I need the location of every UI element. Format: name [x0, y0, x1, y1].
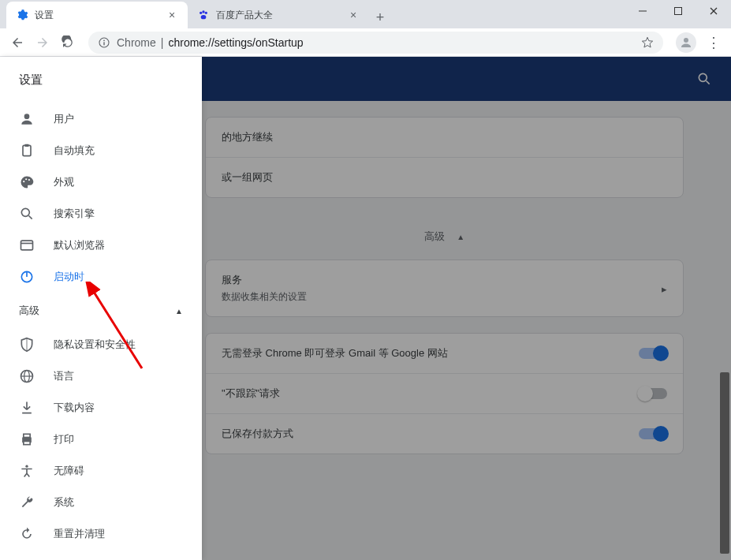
- sidebar-item-label: 外观: [54, 175, 74, 189]
- sidebar-item-label: 打印: [54, 432, 74, 446]
- sidebar-item-label: 重置并清理: [54, 527, 105, 541]
- sidebar-item-label: 系统: [54, 495, 74, 510]
- svg-point-4: [200, 12, 202, 14]
- tab-strip: 设置 × 百度产品大全 × +: [0, 0, 731, 28]
- sidebar-item-users[interactable]: 用户: [0, 103, 202, 135]
- svg-point-6: [205, 12, 207, 14]
- kebab-menu-button[interactable]: ⋮: [703, 32, 725, 54]
- advanced-label: 高级: [19, 304, 39, 318]
- tab-settings[interactable]: 设置 ×: [6, 2, 188, 28]
- restore-icon: [19, 526, 35, 542]
- download-icon: [19, 400, 35, 416]
- wrench-icon: [19, 495, 35, 510]
- svg-rect-22: [21, 241, 33, 250]
- back-button[interactable]: [6, 32, 28, 54]
- browser-icon: [19, 237, 35, 253]
- address-bar[interactable]: Chrome | chrome://settings/onStartup: [88, 32, 663, 54]
- url-separator: |: [161, 36, 164, 49]
- svg-point-9: [103, 39, 105, 41]
- svg-point-19: [28, 179, 30, 181]
- sidebar-item-label: 自动填充: [54, 144, 95, 158]
- sidebar-item-label: 搜索引擎: [54, 207, 95, 221]
- tab-label: 设置: [35, 9, 54, 22]
- sidebar-item-languages[interactable]: 语言: [0, 360, 202, 392]
- sidebar-title: 设置: [0, 57, 202, 103]
- svg-line-21: [29, 216, 32, 219]
- url-host: Chrome: [117, 36, 156, 49]
- globe-icon: [19, 368, 35, 384]
- forward-button[interactable]: [32, 32, 54, 54]
- minimize-button[interactable]: [625, 0, 660, 22]
- close-tab-icon[interactable]: ×: [347, 9, 360, 21]
- sidebar-item-appearance[interactable]: 外观: [0, 166, 202, 198]
- sidebar-item-printing[interactable]: 打印: [0, 424, 202, 455]
- sidebar-item-default-browser[interactable]: 默认浏览器: [0, 230, 202, 261]
- sidebar-item-label: 用户: [54, 112, 74, 126]
- person-icon: [19, 111, 35, 127]
- power-icon: [19, 269, 35, 285]
- tab-baidu[interactable]: 百度产品大全 ×: [188, 2, 369, 28]
- sidebar-item-label: 隐私设置和安全性: [54, 338, 136, 352]
- svg-point-5: [202, 10, 204, 13]
- toolbar: Chrome | chrome://settings/onStartup ⋮: [0, 28, 731, 57]
- profile-avatar[interactable]: [676, 32, 696, 53]
- baidu-paw-icon: [197, 9, 210, 21]
- sidebar-item-label: 语言: [54, 369, 74, 383]
- clipboard-icon: [19, 143, 35, 159]
- svg-rect-15: [23, 145, 31, 155]
- sidebar-item-label: 无障碍: [54, 464, 84, 478]
- sidebar-advanced-toggle[interactable]: 高级 ▲: [0, 293, 202, 329]
- sidebar-item-label: 默认浏览器: [54, 238, 105, 252]
- sidebar-item-label: 启动时: [54, 270, 84, 284]
- sidebar-item-reset[interactable]: 重置并清理: [0, 518, 202, 550]
- svg-point-11: [684, 38, 688, 43]
- gear-icon: [16, 9, 28, 21]
- svg-rect-31: [24, 442, 30, 445]
- chevron-up-icon: ▲: [175, 307, 183, 315]
- sidebar-item-label: 下载内容: [54, 401, 95, 415]
- sidebar-item-on-startup[interactable]: 启动时: [0, 261, 202, 293]
- accessibility-icon: [19, 463, 35, 479]
- sidebar-item-system[interactable]: 系统: [0, 487, 202, 518]
- printer-icon: [19, 431, 35, 447]
- sidebar-item-autofill[interactable]: 自动填充: [0, 135, 202, 166]
- tab-label: 百度产品大全: [216, 9, 273, 22]
- settings-sidebar: 设置 用户 自动填充 外观 搜索引擎 默认浏览器 启动时 高级 ▲: [0, 57, 202, 560]
- svg-rect-16: [25, 144, 29, 147]
- svg-point-7: [201, 15, 207, 19]
- svg-point-32: [25, 465, 28, 468]
- sidebar-item-privacy[interactable]: 隐私设置和安全性: [0, 329, 202, 360]
- sidebar-item-accessibility[interactable]: 无障碍: [0, 455, 202, 487]
- sidebar-item-downloads[interactable]: 下载内容: [0, 392, 202, 424]
- svg-point-17: [23, 181, 24, 182]
- shield-icon: [19, 337, 35, 353]
- svg-rect-30: [24, 434, 30, 437]
- bookmark-star-icon[interactable]: [641, 36, 654, 49]
- search-icon: [19, 206, 35, 222]
- svg-point-14: [24, 114, 30, 119]
- reload-button[interactable]: [57, 32, 79, 54]
- svg-point-20: [21, 208, 29, 216]
- close-window-button[interactable]: [696, 0, 731, 22]
- svg-rect-10: [103, 42, 104, 45]
- palette-icon: [19, 174, 35, 190]
- close-tab-icon[interactable]: ×: [166, 9, 178, 21]
- chrome-info-icon: [98, 36, 110, 49]
- sidebar-item-search-engine[interactable]: 搜索引擎: [0, 198, 202, 230]
- new-tab-button[interactable]: +: [369, 6, 391, 28]
- maximize-button[interactable]: [660, 0, 696, 22]
- svg-point-18: [25, 178, 27, 180]
- url-path: chrome://settings/onStartup: [168, 36, 303, 49]
- svg-rect-1: [674, 8, 681, 15]
